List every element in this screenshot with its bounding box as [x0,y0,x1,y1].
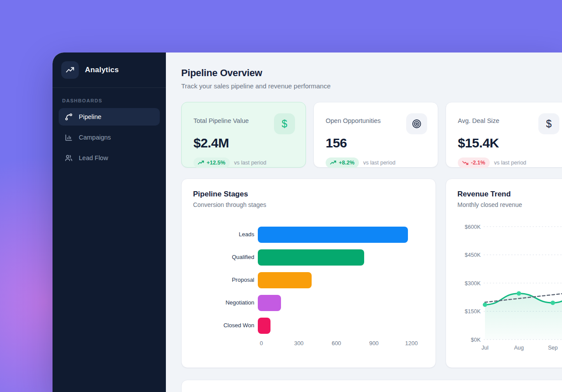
charts-row: Pipeline Stages Conversion through stage… [181,178,562,368]
brand: Analytics [53,52,166,88]
bar-track [258,272,424,288]
svg-text:$300K: $300K [465,280,481,287]
stat-label: Total Pipeline Value [193,117,249,124]
bar [258,249,364,266]
page-subtitle: Track your sales pipeline and revenue pe… [181,82,562,90]
bar-category-label: Closed Won [193,322,258,329]
bar-row: Proposal [193,269,424,291]
svg-text:Jul: Jul [481,345,488,351]
bar-row: Negotiation [193,291,424,314]
bar [258,318,270,334]
trending-up-icon [198,161,204,165]
bar-track [258,227,424,243]
stat-value: $2.4M [193,136,295,150]
stat-card-avg-deal-size: Avg. Deal Size $ $15.4K [446,102,562,168]
bar [258,227,408,243]
pipeline-stages-card: Pipeline Stages Conversion through stage… [181,178,436,368]
sidebar-item-campaigns[interactable]: Campaigns [59,129,160,146]
bar-track [258,295,424,311]
change-value: +8.2% [339,160,355,166]
dollar-sign-icon: $ [538,113,559,134]
bar [258,295,281,311]
x-axis-ticks: 03006009001200 [261,340,424,348]
sidebar-section-label: DASHBOARDS [62,98,156,103]
bar-track [258,318,424,334]
svg-text:Aug: Aug [514,345,523,351]
change-value: -2.1% [471,160,485,166]
sidebar-item-label: Campaigns [79,134,111,141]
users-icon [64,154,73,162]
horizontal-bar-chart: Leads Qualified Proposal Negotiation Clo… [193,223,424,337]
change-badge: +8.2% [326,158,359,168]
desktop-backdrop: { "sidebar": { "brand": { "name": "Analy… [0,0,562,392]
comparison-label: vs last period [234,160,267,166]
dollar-sign-icon: $ [274,113,295,134]
svg-text:$150K: $150K [465,308,481,315]
sidebar-divider [53,88,166,88]
svg-text:$600K: $600K [465,224,481,230]
revenue-trend-card: Revenue Trend Monthly closed revenue $60… [446,178,562,368]
comparison-label: vs last period [363,160,396,166]
bar-track [258,249,424,266]
line-chart: $600K$450K$300K$150K$0KJulAugSep [446,217,562,354]
stat-value: 156 [326,136,427,150]
bar [258,272,312,288]
stat-card-total-pipeline-value: Total Pipeline Value $ $2.4M [181,102,306,168]
bottom-card [181,380,562,392]
change-badge: -2.1% [458,158,490,168]
page-header: Pipeline Overview Track your sales pipel… [181,67,562,90]
bar-chart-icon [64,133,73,142]
sidebar: Analytics DASHBOARDS Pipeline [53,52,166,392]
change-badge: +12.5% [193,158,230,168]
sidebar-nav: Pipeline Campaigns [53,108,166,167]
bar-category-label: Leads [193,231,258,238]
stat-label: Avg. Deal Size [458,117,499,124]
stat-value: $15.4K [458,136,559,150]
trending-down-icon [462,161,468,165]
stat-card-open-opportunities: Open Opportunities 156 [313,102,438,168]
bar-row: Leads [193,223,424,246]
chart-subtitle: Monthly closed revenue [457,201,562,208]
sidebar-item-pipeline[interactable]: Pipeline [59,108,160,126]
change-value: +12.5% [207,160,225,166]
trending-up-icon [61,61,79,79]
sidebar-item-label: Pipeline [79,113,102,120]
svg-text:Sep: Sep [548,345,558,351]
chart-title: Revenue Trend [457,190,562,199]
trending-up-icon [330,161,336,165]
sidebar-item-label: Lead Flow [79,154,108,161]
pipeline-icon [64,112,73,121]
main-content: Pipeline Overview Track your sales pipel… [166,52,562,392]
app-window: Analytics DASHBOARDS Pipeline [53,52,562,392]
comparison-label: vs last period [494,160,527,166]
stat-cards-row: Total Pipeline Value $ $2.4M [181,102,562,168]
page-title: Pipeline Overview [181,67,562,79]
bar-category-label: Negotiation [193,299,258,307]
stat-label: Open Opportunities [326,117,381,124]
target-icon [406,113,427,134]
bar-category-label: Qualified [193,254,258,261]
chart-subtitle: Conversion through stages [193,201,424,208]
bar-row: Closed Won [193,314,424,337]
bar-row: Qualified [193,246,424,269]
brand-name: Analytics [85,66,119,74]
chart-title: Pipeline Stages [193,190,424,199]
bar-category-label: Proposal [193,276,258,284]
sidebar-item-lead-flow[interactable]: Lead Flow [59,149,160,167]
svg-text:$450K: $450K [465,252,481,258]
svg-text:$0K: $0K [471,337,481,343]
